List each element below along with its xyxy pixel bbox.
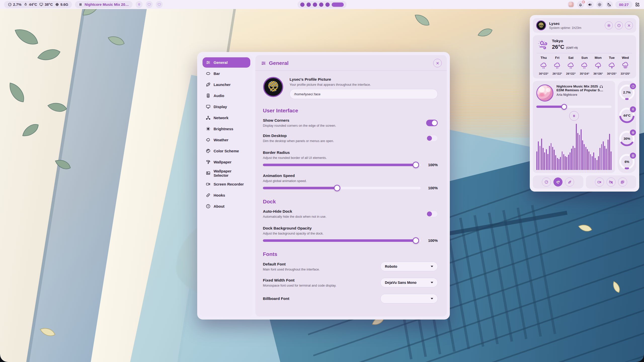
tray-app-icon[interactable] <box>568 1 575 8</box>
slider-knob[interactable] <box>561 104 567 110</box>
visualizer-bar <box>543 148 544 170</box>
profile-path-input[interactable]: /home/lysec/.face <box>290 89 438 99</box>
cpu-gauge: 2.7% <box>619 84 635 101</box>
temperature-gauge: 44°C <box>619 107 635 124</box>
border-radius-slider[interactable] <box>263 164 421 166</box>
visualizer-bar <box>566 157 567 170</box>
wallpaper-images-icon[interactable] <box>618 177 627 187</box>
media-player-card: Nightcore Music Mix 2025 EDM Remixes of … <box>533 81 615 173</box>
database-icon <box>630 153 636 159</box>
workspace-indicator[interactable] <box>298 1 347 8</box>
setting-description: Display rounded corners on the edge of t… <box>263 124 336 127</box>
volume-icon[interactable] <box>587 1 594 8</box>
workspace-active[interactable] <box>332 3 344 7</box>
sidebar-item-label: Weather <box>214 138 228 142</box>
media-title-line2: EDM Remixes of Popular S… <box>556 88 603 92</box>
setting-label: Show Corners <box>263 118 336 123</box>
cpu-stat: 2.7% <box>8 3 21 7</box>
dock-opacity-slider[interactable] <box>263 239 421 242</box>
visualizer-bar <box>554 150 555 170</box>
workspace-dot[interactable] <box>313 3 317 7</box>
animation-speed-slider[interactable] <box>263 187 421 189</box>
visualizer-bar <box>547 154 548 170</box>
app-launcher-icon[interactable] <box>635 2 640 7</box>
sliders-icon <box>261 61 266 66</box>
night-mode-off-icon[interactable] <box>606 1 613 8</box>
cloud-fog-icon <box>622 62 629 69</box>
workspace-dot[interactable] <box>307 3 311 7</box>
heart-icon[interactable] <box>146 1 153 8</box>
visualizer-bar <box>551 143 552 170</box>
workspace-dot[interactable] <box>300 3 305 7</box>
idle-inhibit-video-off-icon[interactable] <box>607 177 616 187</box>
sidebar-item-network[interactable]: Network <box>203 113 250 123</box>
settings-scroll-area[interactable]: Lysec's Profile Picture Your profile pic… <box>255 71 447 315</box>
brightness-sun-icon[interactable] <box>596 1 603 8</box>
visualizer-bar <box>541 139 542 170</box>
performance-profile-gauge-icon[interactable] <box>542 177 551 187</box>
visualizer-bar <box>574 148 575 170</box>
slider-knob[interactable] <box>413 237 419 244</box>
sidebar-item-launcher[interactable]: Launcher <box>203 79 250 90</box>
billboard-font-dropdown[interactable] <box>380 294 438 303</box>
system-stats-pill[interactable]: 2.7% 44°C 38°C 9.6G <box>4 1 72 8</box>
auto-hide-dock-toggle[interactable] <box>426 211 438 217</box>
close-icon[interactable] <box>625 21 633 29</box>
workspace-dot[interactable] <box>319 3 324 7</box>
section-title-dock: Dock <box>263 199 438 205</box>
sidebar-item-audio[interactable]: Audio <box>203 90 250 101</box>
visualizer-bar <box>568 155 569 170</box>
sidebar-item-brightness[interactable]: Brightness <box>203 124 250 134</box>
visualizer-bar <box>558 159 559 170</box>
sidebar-item-display[interactable]: Display <box>203 102 250 112</box>
media-pill[interactable]: Nightcore Music Mix 20… <box>75 1 133 8</box>
slider-knob[interactable] <box>413 162 419 168</box>
power-saver-leaf-icon[interactable] <box>565 177 574 187</box>
heart-icon[interactable] <box>156 1 163 8</box>
sidebar-item-screen-recorder[interactable]: Screen Recorder <box>203 179 250 189</box>
close-icon[interactable] <box>433 59 442 67</box>
visualizer-bar <box>609 134 610 170</box>
gear-icon[interactable] <box>605 21 613 29</box>
default-font-dropdown[interactable]: Roboto <box>380 262 438 271</box>
show-corners-row: Show Corners Display rounded corners on … <box>263 118 438 127</box>
slider-value: 100% <box>425 238 438 243</box>
visualizer-bar <box>608 140 609 170</box>
sidebar-item-weather[interactable]: Weather <box>203 135 250 145</box>
sidebar-item-label: Launcher <box>214 82 231 87</box>
chevron-down-icon <box>431 266 433 267</box>
visualizer-bar <box>562 151 563 170</box>
media-artist: Aria Nightcore <box>556 93 603 97</box>
weather-divider <box>537 53 632 53</box>
visualizer-bar <box>603 141 604 170</box>
workspace-dot[interactable] <box>326 3 330 7</box>
palette-icon <box>206 149 211 153</box>
visualizer-bar <box>588 151 589 170</box>
slider-knob[interactable] <box>334 185 340 191</box>
sidebar-item-about[interactable]: About <box>203 201 250 211</box>
sidebar-item-general[interactable]: General <box>203 57 250 68</box>
screen-record-video-icon[interactable] <box>595 177 604 187</box>
notifications-bell-icon[interactable]: 8 <box>577 1 584 8</box>
sidebar-item-color-scheme[interactable]: Color Scheme <box>203 146 250 156</box>
billboard-font-row: Billboard Font <box>263 294 438 303</box>
sidebar-item-wallpaper[interactable]: Wallpaper <box>203 157 250 167</box>
sidebar-item-label: Brightness <box>214 127 233 131</box>
clock[interactable]: 00:27 <box>615 1 632 8</box>
power-icon[interactable] <box>615 21 623 29</box>
screen-corner-bottom-left <box>0 354 8 362</box>
pause-button[interactable] <box>569 111 579 121</box>
show-corners-toggle[interactable] <box>426 120 438 126</box>
skull-icon[interactable] <box>136 1 143 8</box>
profile-title: Lysec's Profile Picture <box>290 77 438 82</box>
cloud-lightning-icon <box>608 62 616 69</box>
fixed-width-font-dropdown[interactable]: DejaVu Sans Mono <box>380 278 438 287</box>
dim-desktop-toggle[interactable] <box>426 135 438 142</box>
gpu-stat: 38°C <box>39 3 53 7</box>
sidebar-item-bar[interactable]: Bar <box>203 68 250 79</box>
sidebar-item-wallpaper-selector[interactable]: Wallpaper Selector <box>203 168 250 178</box>
sidebar-item-hooks[interactable]: Hooks <box>203 190 250 200</box>
visualizer-bar <box>593 152 594 170</box>
balanced-profile-scales-icon[interactable] <box>553 177 562 187</box>
media-progress-slider[interactable] <box>536 106 612 108</box>
